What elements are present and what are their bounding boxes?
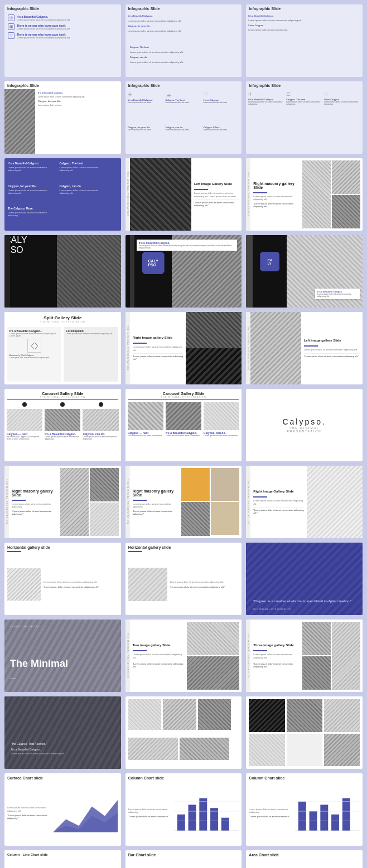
carousel-text: Calypso, can do. Lorem ipsum dolor sit a…: [83, 432, 118, 440]
product-image: [128, 699, 162, 730]
info-row: ◎ It's a Beautiful Calypso. Lorem ipsum …: [8, 14, 118, 21]
slide-label: Infographic Slide: [125, 4, 242, 12]
sidebar-strip: THE MINIMAL PRESENTATION: [246, 158, 250, 231]
slide-content: Lorem ipsum dolor sit amet consectetur a…: [125, 554, 242, 615]
svg-rect-7: [210, 808, 218, 831]
info-item: Calypso, can do. Lorem ipsum dolor sit a…: [166, 126, 202, 152]
chart-area: [174, 791, 239, 835]
slide-right-img-gallery2: THE MINIMAL PRESENTATION Right Image Gal…: [246, 466, 363, 538]
svg-rect-13: [298, 802, 306, 831]
info-item: ☰ Calypso. The best Lorem ipsum dolor si…: [286, 91, 322, 152]
carousel-item: Calypso — next Lorem ipsum dolor sit ame…: [128, 402, 163, 437]
slide-header: Column - Line Chart slide: [4, 850, 121, 856]
slide-content: ✈ It's a Beautiful Calypso. Lorem ipsum …: [246, 89, 363, 154]
slide-multi-products1: [125, 696, 242, 769]
slide-label: Infographic Slide: [246, 81, 363, 89]
carousel-dot: [99, 402, 103, 407]
slide-inner: Right Image gallery Slide Lorem ipsum do…: [130, 312, 242, 384]
rm-image: [181, 468, 210, 501]
product-image: [180, 738, 229, 760]
text-panel: Left Image Gallery Slide Lorem ipsum dol…: [191, 158, 242, 231]
product-image: [128, 738, 178, 760]
slide-inner: Right masonry gallery Slide Lorem ipsum …: [130, 466, 242, 538]
accent-line: [7, 551, 21, 552]
dark-item: It's a Beautiful Calypso. Lorem ipsum do…: [8, 162, 57, 182]
info-item: ♡ I love Calypso. Lorem ipsum dolor sit …: [203, 91, 239, 124]
chart-text: Lorem ipsum dolor sit amet consectetur a…: [7, 806, 50, 819]
slide-image: [302, 622, 331, 655]
svg-rect-6: [199, 798, 207, 831]
product-image: [324, 734, 360, 767]
product-image: [198, 699, 231, 730]
sidebar-strip: THE MINIMAL PRESENTATION: [125, 466, 130, 538]
rm-right: [59, 466, 120, 538]
slide-column-chart2: Column Chart slide Lorem ipsum dolor sit…: [246, 773, 363, 846]
carousel-text: Calypso — next Lorem ipsum dolor sit ame…: [128, 431, 163, 437]
slide-content: Lorem ipsum dolor sit amet consectetur a…: [4, 780, 121, 846]
product-image: [163, 699, 196, 730]
slide-content: Lorem ipsum dolor sit amet consectetur a…: [4, 554, 121, 615]
dark-item: Calypso. The best Lorem ipsum dolor sit …: [59, 162, 108, 182]
carousel-dot: [22, 402, 27, 407]
rm-image: [332, 160, 360, 194]
product-image: [324, 699, 360, 732]
slide-left-img-gallery: THE MINIMAL PRESENTATION Left Image Gall…: [125, 158, 242, 231]
slide-image: [130, 158, 191, 231]
quote-overlay: [246, 543, 363, 615]
horiz-img-stack: [7, 568, 41, 601]
slide-split-gallery: Split Gallery Slide THE MINIMAL PRESENTA…: [4, 312, 121, 384]
info-icon: ◎: [8, 14, 15, 21]
accent-line: [194, 189, 208, 190]
slide-infographic-4: Infographic Slide ✈ It's a Beautiful Cal…: [125, 81, 242, 154]
slide-infographic-1: Infographic Slide ◎ It's a Beautiful Cal…: [4, 4, 121, 77]
slide-minimal-title: STUDIO INITIATIVE The Minimal_: [4, 620, 121, 692]
slide-header: Carousel Gallery Slide THE MINIMAL PRESE…: [125, 389, 242, 399]
accent-line: [304, 345, 318, 347]
slide-infographic-2: Infographic Slide It's a Beautiful Calyp…: [125, 4, 242, 77]
calypso-badge: CALYPSO: [142, 252, 165, 274]
slide-right-masonry3: THE MINIMAL PRESENTATION Right masonry g…: [125, 466, 242, 538]
diamond-icon: [31, 342, 38, 350]
calypso-white-title: Calypso. THE MINIMAL PRESENTATION: [275, 417, 333, 433]
info-text: There is no one who loves pain itself. L…: [17, 24, 118, 30]
carousel-image: [166, 402, 201, 430]
accent-line: [253, 192, 267, 193]
carousel-text: Calypso — next It's a Beautiful Calypso.…: [7, 432, 42, 440]
svg-rect-16: [331, 815, 339, 831]
accent-line: [128, 551, 142, 552]
horiz-image: [128, 568, 167, 601]
rm-right: [301, 158, 363, 231]
info-row: ▣ There is no one who loves pain itself.…: [8, 23, 118, 30]
bg-overlay: [4, 696, 121, 769]
carousel-image: [7, 409, 42, 431]
slide-content: [125, 696, 242, 769]
svg-rect-5: [189, 804, 196, 830]
svg-rect-17: [342, 798, 350, 831]
slide-infographic-img: Infographic Slide It's a Beautiful Calyp…: [4, 81, 121, 154]
slide-infographic-3: Infographic Slide It's a Beautiful Calyp…: [246, 4, 363, 77]
slide-inner: Right masonry gallery Slide Lorem ipsum …: [250, 158, 363, 231]
popup-quote-content: It's a Beautiful Calypso. Lorem ipsum do…: [137, 240, 238, 251]
info-col2: Calypso. The best Lorem ipsum dolor sit …: [128, 46, 240, 75]
chart-area: [295, 791, 360, 835]
accent-line: [133, 343, 147, 344]
image-stack: [186, 620, 242, 692]
rm-image: [60, 468, 89, 536]
chart-text: Lorem ipsum dolor sit amet consectetur a…: [249, 808, 292, 818]
slide-inner: Two image gallery Slide Lorem ipsum dolo…: [130, 620, 242, 692]
accent-line: [253, 650, 267, 651]
slide-carousel-2: Carousel Gallery Slide THE MINIMAL PRESE…: [125, 389, 242, 461]
dark-item: Calypso, for your life. Lorem ipsum dolo…: [8, 184, 57, 205]
accent-line: [133, 650, 147, 651]
horiz-text: Lorem ipsum dolor sit amet consectetur a…: [44, 581, 118, 588]
slide-content: It's a Beautiful Calypso. Lorem ipsum do…: [4, 89, 121, 154]
rm-image: [211, 502, 239, 535]
info-icon: ▣: [8, 23, 15, 30]
slide-multi-products2: [246, 696, 363, 769]
slide-label: Infographic Slide: [4, 81, 121, 89]
carousel-image: [128, 402, 163, 430]
rm-image: [90, 503, 118, 536]
slide-column-line: Column - Line Chart slide Lorem ipsum do…: [4, 850, 121, 868]
image-grid: [301, 620, 363, 692]
slide-content: Lorem ipsum dolor sit amet consectetur.: [4, 856, 121, 868]
